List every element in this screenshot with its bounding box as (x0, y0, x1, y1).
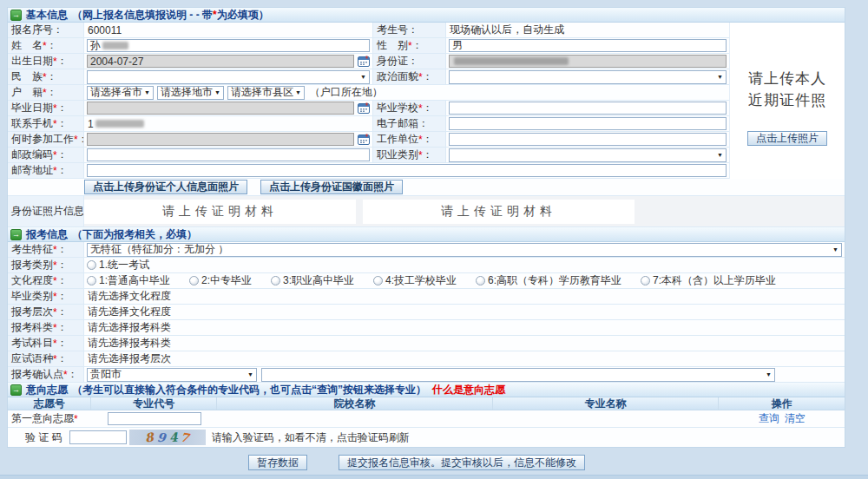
column-header-2: 院校名称 (217, 397, 493, 410)
education-level-option-0[interactable]: 1:普通高中毕业 (87, 273, 170, 288)
education-level-option-3[interactable]: 4:技工学校毕业 (373, 273, 457, 288)
graduation-school-input[interactable] (449, 102, 727, 115)
form-row: 民 族*：▼政治面貌*：▼ (8, 69, 729, 85)
birth-date-input[interactable]: 2004-07-27 (87, 55, 354, 68)
candidate-no-label: 考生号： (372, 23, 446, 37)
occupation-select[interactable]: ▼ (449, 148, 727, 162)
work-unit-input[interactable] (449, 133, 727, 146)
form-row: 毕业类别*：请先选择文化程度 (8, 289, 845, 305)
form-row: 邮寄地址*： (8, 163, 729, 179)
education-level-option-4[interactable]: 6:高职（专科）学历教育毕业 (476, 273, 621, 288)
calendar-icon[interactable] (358, 102, 370, 114)
radio-icon[interactable] (373, 276, 383, 285)
upload-id-back-button[interactable]: 点击上传身份证国徽面照片 (260, 180, 403, 194)
form-row: 出生日期*：2004-07-27身份证： (8, 54, 729, 69)
email-label: 电子邮箱： (372, 116, 446, 131)
exam-category-option-0[interactable]: 1.统一考试 (87, 258, 149, 272)
name-input[interactable]: 孙 (87, 39, 370, 52)
captcha-input[interactable] (69, 430, 127, 444)
captcha-digit: 9 (156, 431, 166, 444)
column-header-1: 专业代号 (91, 397, 217, 410)
household-select-0[interactable]: 请选择省市▼ (87, 86, 154, 100)
exam-registration-page: { "ui": { "colon": "：", "dropdown_arrow"… (0, 0, 868, 479)
column-header-3: 专业名称 (493, 397, 719, 410)
registration-form-panel: → 基本信息 （网上报名信息填报说明 - - 带*为必填项） 报名序号：6000… (7, 7, 845, 448)
work-start-input[interactable] (87, 133, 354, 146)
captcha-image[interactable]: 8947 (129, 430, 206, 445)
candidate-feature-select[interactable]: 无特征（特征加分：无加分 ）▼ (87, 243, 842, 257)
household-label: 户 籍*： (8, 85, 84, 100)
graduation-date-input[interactable] (87, 102, 354, 115)
household-select-1[interactable]: 请选择地市▼ (157, 86, 224, 100)
chevron-down-icon: ▼ (213, 89, 220, 95)
id-number-label: 身份证： (372, 54, 446, 69)
bottom-strip (0, 475, 868, 479)
radio-icon[interactable] (271, 276, 280, 285)
id-back-placeholder[interactable]: 请上传证明材料 (363, 200, 635, 224)
redacted-text (102, 42, 128, 49)
id-front-placeholder[interactable]: 请上传证明材料 (84, 200, 356, 224)
radio-icon[interactable] (476, 276, 485, 285)
calendar-icon[interactable] (358, 56, 370, 67)
major-code-input[interactable] (108, 412, 201, 425)
captcha-row: 验 证 码 8947 请输入验证码，如看不清，点击验证码刷新 (8, 428, 845, 447)
id-photo-info-row: 身份证照片信息： 请上传证明材料 请上传证明材料 (8, 196, 845, 227)
photo-placeholder-text: 请上传本人 近期证件照 (748, 68, 826, 110)
id-number-input[interactable] (449, 55, 727, 68)
radio-icon[interactable] (189, 276, 199, 285)
radio-icon[interactable] (87, 260, 96, 270)
graduation-type-label: 毕业类别*： (8, 289, 84, 304)
clear-link[interactable]: 清空 (785, 411, 806, 426)
form-row: 考试科目*：请先选择报考科类 (8, 336, 845, 351)
save-draft-button[interactable]: 暂存数据 (248, 455, 307, 470)
exam-language-value: 请先选择报考层次 (87, 351, 171, 366)
calendar-icon[interactable] (358, 134, 370, 145)
apply-level-value: 请先选择文化程度 (87, 305, 171, 319)
work-unit-label: 工作单位*： (372, 132, 446, 147)
chevron-down-icon: ▼ (142, 89, 150, 95)
education-level-label: 文化程度*： (8, 273, 84, 288)
mailing-address-input[interactable] (87, 164, 727, 177)
political-status-select[interactable]: ▼ (449, 70, 727, 84)
section-title: 意向志愿 (26, 383, 68, 397)
exam-info-rows: 考生特征*：无特征（特征加分：无加分 ）▼报考类别*：1.统一考试文化程度*：1… (8, 242, 845, 383)
chevron-down-icon: ▼ (358, 74, 366, 80)
query-link[interactable]: 查询 (759, 411, 779, 426)
chevron-down-icon: ▼ (764, 371, 772, 377)
section-subtitle: （下面为报考相关，必填） (72, 227, 197, 242)
work-start-label: 何时参加工作*： (8, 132, 84, 147)
section-subtitle: （网上报名信息填报说明 - - 带*为必填项） (72, 8, 269, 23)
occupation-label: 职业类别*： (372, 148, 446, 162)
postal-code-input[interactable] (87, 148, 370, 161)
confirmation-point-select-0[interactable]: 贵阳市▼ (87, 368, 257, 382)
gender-input[interactable]: 男 (449, 39, 727, 52)
major-name-cell (493, 410, 719, 427)
upload-id-front-button[interactable]: 点击上传身份证个人信息面照片 (84, 180, 247, 194)
upload-photo-button[interactable]: 点击上传照片 (747, 131, 827, 146)
radio-icon[interactable] (87, 276, 96, 285)
submit-review-button[interactable]: 提交报名信息审核。提交审核以后，信息不能修改 (339, 455, 585, 470)
form-row: 应试语种*：请先选择报考层次 (8, 351, 845, 367)
education-level-option-1[interactable]: 2:中专毕业 (189, 273, 252, 288)
reg-serial-value: 600011 (87, 24, 122, 36)
captcha-hint: 请输入验证码，如看不清，点击验证码刷新 (212, 430, 410, 445)
household-select-2[interactable]: 请选择市县区▼ (227, 86, 305, 100)
apply-subject-category-label: 报考科类*： (8, 320, 84, 335)
email-input[interactable] (449, 117, 727, 130)
what-is-choice-link[interactable]: 什么是意向志愿 (432, 383, 505, 397)
id-upload-buttons-row: 点击上传身份证个人信息面照片 点击上传身份证国徽面照片 (8, 179, 845, 196)
section-header-basic-info: → 基本信息 （网上报名信息填报说明 - - 带*为必填项） (8, 8, 845, 23)
exam-subjects-value: 请先选择报考科类 (87, 336, 171, 351)
form-row: 毕业日期*：毕业学校*： (8, 101, 729, 116)
education-level-option-2[interactable]: 3:职业高中毕业 (271, 273, 354, 288)
education-level-option-5[interactable]: 7:本科（含）以上学历毕业 (641, 273, 776, 288)
form-row: 户 籍*：请选择省市▼请选择地市▼请选择市县区▼（户口所在地） (8, 85, 729, 101)
green-arrow-icon: → (10, 10, 22, 21)
choice-table-row: 第一意向志愿*查询清空 (8, 410, 845, 428)
ethnicity-select[interactable]: ▼ (87, 70, 370, 84)
confirmation-point-select-1[interactable]: ▼ (261, 368, 775, 382)
radio-icon[interactable] (641, 276, 650, 285)
choice-table-header: 志愿号专业代号院校名称专业名称操作 (8, 397, 845, 410)
captcha-digit: 7 (180, 430, 190, 443)
photo-upload-panel: 请上传本人 近期证件照 点击上传照片 (729, 23, 845, 179)
